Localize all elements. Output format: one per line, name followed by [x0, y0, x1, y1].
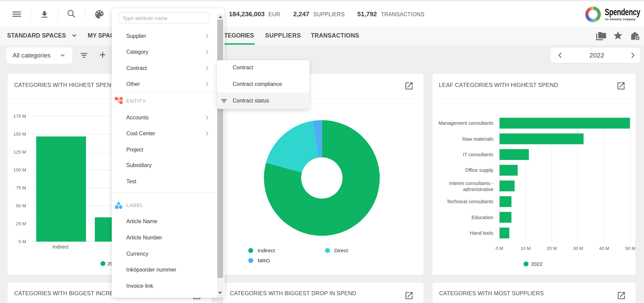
svg-text:Direct: Direct [334, 248, 348, 253]
svg-text:IT consultants: IT consultants [463, 152, 493, 157]
svg-text:MRO: MRO [258, 258, 270, 263]
svg-text:Indirect: Indirect [258, 248, 275, 253]
svg-text:125 M: 125 M [13, 149, 26, 155]
svg-text:40 M: 40 M [599, 246, 609, 251]
svg-text:Indirect: Indirect [52, 244, 69, 250]
svg-text:100 M: 100 M [13, 167, 26, 172]
svg-text:0 M: 0 M [18, 239, 26, 244]
svg-text:20 M: 20 M [547, 246, 557, 251]
svg-text:Raw materials: Raw materials [462, 136, 493, 142]
svg-text:Technical consultants: Technical consultants [447, 199, 493, 204]
svg-text:0 M: 0 M [496, 246, 503, 251]
svg-text:Management consultants: Management consultants [438, 120, 493, 126]
svg-text:30 M: 30 M [573, 246, 583, 251]
svg-text:175 M: 175 M [13, 114, 26, 119]
svg-text:25 M: 25 M [16, 221, 26, 226]
svg-text:150 M: 150 M [13, 132, 26, 137]
svg-text:50 M: 50 M [16, 203, 26, 208]
svg-text:Hand tools: Hand tools [470, 230, 493, 236]
svg-text:75 M: 75 M [16, 185, 26, 190]
svg-text:50 M: 50 M [625, 246, 635, 251]
svg-text:Education: Education [472, 215, 494, 220]
svg-text:Interim consultants -: Interim consultants - [449, 181, 493, 186]
svg-text:Office supply: Office supply [465, 167, 493, 173]
svg-text:2022: 2022 [531, 261, 542, 267]
svg-text:10 M: 10 M [520, 246, 531, 251]
svg-text:administrative: administrative [463, 187, 493, 192]
